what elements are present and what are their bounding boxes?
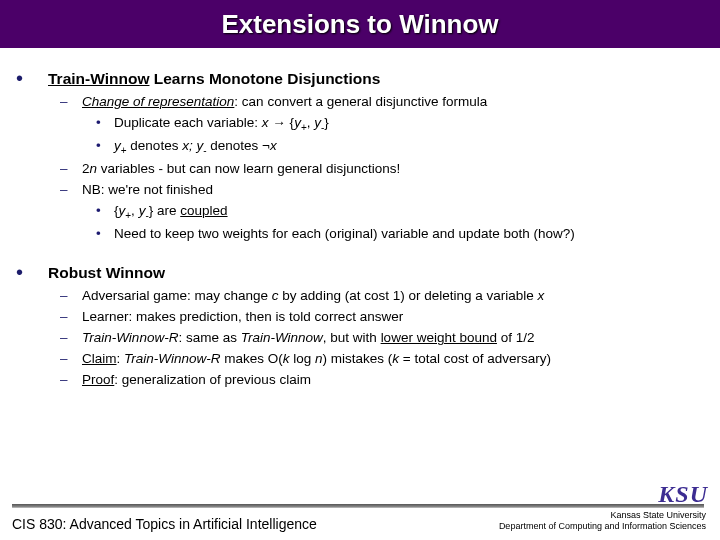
sub-bullet: – Change of representation: can convert …	[60, 94, 698, 109]
subsub-bullet: • Duplicate each variable: x → {y+, y-}	[96, 115, 698, 133]
sub-bullet: – Train-Winnow-R: same as Train-Winnow, …	[60, 330, 698, 345]
top-bullet: • Train-Winnow Learns Monotone Disjuncti…	[16, 70, 698, 88]
ksu-logo: KSU	[0, 484, 708, 504]
slide-body: • Train-Winnow Learns Monotone Disjuncti…	[0, 48, 720, 387]
footer: KSU CIS 830: Advanced Topics in Artifici…	[0, 484, 720, 532]
title-bar: Extensions to Winnow	[0, 0, 720, 48]
sub-bullet: – 2n variables - but can now learn gener…	[60, 161, 698, 176]
sub-bullet: – NB: we're not finished	[60, 182, 698, 197]
subsub-bullet: • y+ denotes x; y- denotes ¬x	[96, 138, 698, 156]
sub-bullet: – Learner: makes prediction, then is tol…	[60, 309, 698, 324]
sub-bullet: – Claim: Train-Winnow-R makes O(k log n)…	[60, 351, 698, 366]
footer-course: CIS 830: Advanced Topics in Artificial I…	[12, 516, 499, 532]
footer-dept: Kansas State University Department of Co…	[499, 510, 706, 532]
sub-bullet: – Adversarial game: may change c by addi…	[60, 288, 698, 303]
slide-title: Extensions to Winnow	[221, 9, 498, 40]
subsub-bullet: • {y+, y-} are coupled	[96, 203, 698, 221]
subsub-bullet: • Need to keep two weights for each (ori…	[96, 226, 698, 241]
footer-rule	[12, 504, 704, 508]
sub-bullet: – Proof: generalization of previous clai…	[60, 372, 698, 387]
top-bullet: • Robust Winnow	[16, 264, 698, 282]
heading-strong: Train-Winnow	[48, 70, 149, 87]
